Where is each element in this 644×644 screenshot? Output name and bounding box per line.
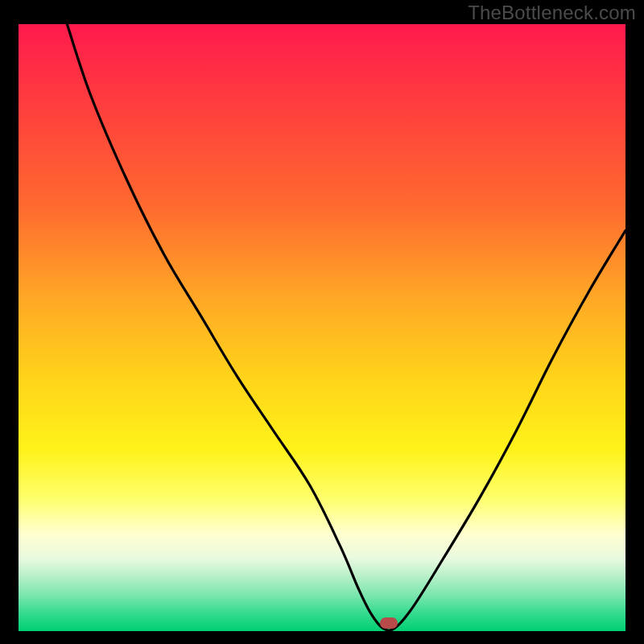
bottleneck-curve xyxy=(19,24,625,631)
optimum-marker xyxy=(380,617,398,629)
plot-area xyxy=(19,24,625,631)
chart-frame: TheBottleneck.com xyxy=(0,0,644,644)
watermark-text: TheBottleneck.com xyxy=(468,2,636,24)
